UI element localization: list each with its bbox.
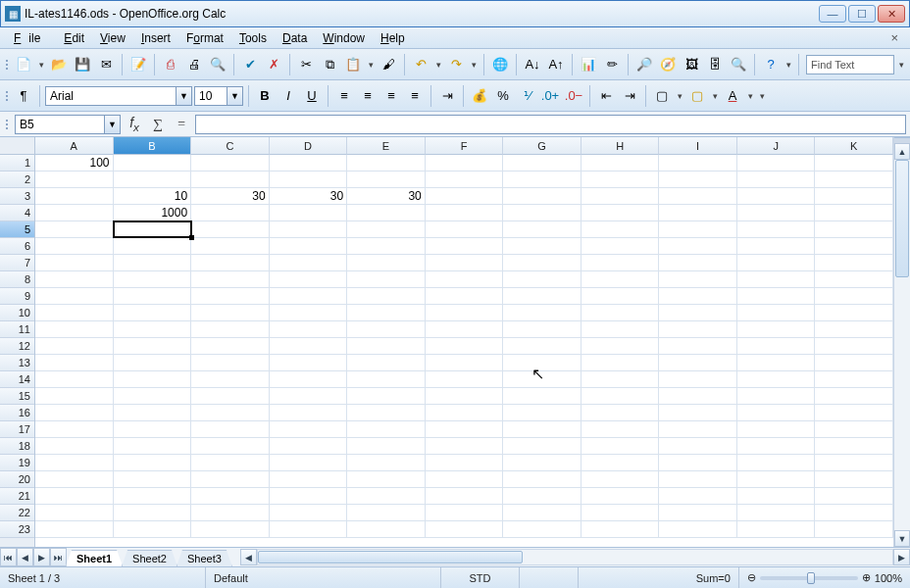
email-button[interactable]: ✉ <box>95 54 117 75</box>
cell-B21[interactable] <box>114 488 192 505</box>
function-wizard-button[interactable]: fx <box>125 115 144 133</box>
cell-H5[interactable] <box>581 221 660 238</box>
cell-A20[interactable] <box>35 471 114 488</box>
row-header-10[interactable]: 10 <box>0 305 34 321</box>
cell-C1[interactable] <box>191 155 270 172</box>
cell-F15[interactable] <box>426 388 504 405</box>
del-decimal-button[interactable]: .0− <box>563 85 584 107</box>
cell-G4[interactable] <box>503 205 581 221</box>
cell-I11[interactable] <box>659 321 737 338</box>
row-header-17[interactable]: 17 <box>0 421 34 438</box>
cell-G19[interactable] <box>503 455 581 471</box>
cell-H21[interactable] <box>581 488 660 505</box>
row-header-19[interactable]: 19 <box>0 455 34 471</box>
cell-F14[interactable] <box>426 371 504 388</box>
cell-D3[interactable]: 30 <box>270 188 348 205</box>
status-sum[interactable]: Sum=0 <box>579 567 739 588</box>
cell-I9[interactable] <box>659 288 737 305</box>
cell-F7[interactable] <box>426 255 504 271</box>
cell-C23[interactable] <box>191 521 270 538</box>
cell-F5[interactable] <box>426 221 504 238</box>
sum-button[interactable]: ∑ <box>148 117 168 132</box>
col-header-C[interactable]: C <box>191 137 270 155</box>
cell-I5[interactable] <box>659 221 737 238</box>
cell-E7[interactable] <box>347 255 426 271</box>
toolbar-grip[interactable] <box>4 54 11 75</box>
borders-dropdown[interactable]: ▾ <box>675 91 684 101</box>
fbar-grip[interactable] <box>4 114 11 135</box>
cell-H6[interactable] <box>581 238 660 255</box>
cell-C14[interactable] <box>191 371 270 388</box>
cell-E6[interactable] <box>347 238 426 255</box>
cell-A17[interactable] <box>35 421 114 438</box>
cell-C21[interactable] <box>191 488 270 505</box>
bgcolor-dropdown[interactable]: ▾ <box>710 91 720 101</box>
row-header-7[interactable]: 7 <box>0 255 34 271</box>
cell-K22[interactable] <box>815 505 893 521</box>
menu-view[interactable]: View <box>92 29 133 47</box>
cell-grid[interactable]: 100103030301000 <box>35 155 893 538</box>
cell-I21[interactable] <box>659 488 737 505</box>
cell-D11[interactable] <box>270 321 348 338</box>
scroll-up-button[interactable]: ▲ <box>894 143 910 160</box>
cell-E17[interactable] <box>347 421 426 438</box>
cell-G6[interactable] <box>503 238 581 255</box>
zoom-value[interactable]: 100% <box>875 572 902 584</box>
cell-J22[interactable] <box>737 505 816 521</box>
cell-A13[interactable] <box>35 355 114 371</box>
cell-C15[interactable] <box>191 388 270 405</box>
cell-J10[interactable] <box>737 305 816 321</box>
cell-I18[interactable] <box>659 438 737 455</box>
menu-tools[interactable]: Tools <box>231 29 275 47</box>
cell-C20[interactable] <box>191 471 270 488</box>
tab-last-button[interactable]: ⏭ <box>50 548 67 566</box>
cell-D1[interactable] <box>270 155 348 172</box>
cell-H4[interactable] <box>581 205 660 221</box>
cell-E18[interactable] <box>347 438 426 455</box>
cell-H16[interactable] <box>581 405 660 421</box>
cell-J3[interactable] <box>737 188 816 205</box>
fontcolor-button[interactable]: A <box>722 85 743 107</box>
cell-G8[interactable] <box>503 271 581 288</box>
undo-dropdown[interactable]: ▾ <box>433 60 443 70</box>
cell-B20[interactable] <box>114 471 192 488</box>
hyperlink-button[interactable]: 🌐 <box>489 54 511 75</box>
sort-desc-button[interactable]: A↑ <box>545 54 567 75</box>
cell-I17[interactable] <box>659 421 737 438</box>
tab-next-button[interactable]: ▶ <box>33 548 50 566</box>
cell-G12[interactable] <box>503 338 581 355</box>
cell-A8[interactable] <box>35 271 114 288</box>
cell-A11[interactable] <box>35 321 114 338</box>
cell-I6[interactable] <box>659 238 737 255</box>
cell-I8[interactable] <box>659 271 737 288</box>
cell-K19[interactable] <box>815 455 893 471</box>
new-doc-button[interactable]: 📄 <box>13 54 34 75</box>
sheet-tab-sheet3[interactable]: Sheet3 <box>177 550 232 566</box>
cell-C17[interactable] <box>191 421 270 438</box>
row-header-4[interactable]: 4 <box>0 205 34 221</box>
cell-J15[interactable] <box>737 388 816 405</box>
cell-I3[interactable] <box>659 188 737 205</box>
row-header-6[interactable]: 6 <box>0 238 34 255</box>
row-header-3[interactable]: 3 <box>0 188 34 205</box>
cell-G16[interactable] <box>503 405 581 421</box>
cell-A2[interactable] <box>35 172 114 188</box>
fontcolor-dropdown[interactable]: ▾ <box>745 91 755 101</box>
cell-E11[interactable] <box>347 321 426 338</box>
cell-E16[interactable] <box>347 405 426 421</box>
function-eq-button[interactable]: = <box>172 117 191 132</box>
menu-help[interactable]: Help <box>373 29 413 47</box>
chevron-down-icon[interactable]: ▼ <box>104 116 120 133</box>
cell-C6[interactable] <box>191 238 270 255</box>
cell-J1[interactable] <box>737 155 816 172</box>
cell-F4[interactable] <box>426 205 504 221</box>
cell-F16[interactable] <box>426 405 504 421</box>
cell-D5[interactable] <box>270 221 348 238</box>
cell-K7[interactable] <box>815 255 893 271</box>
cell-G21[interactable] <box>503 488 581 505</box>
cell-F12[interactable] <box>426 338 504 355</box>
cell-G11[interactable] <box>503 321 581 338</box>
cell-B7[interactable] <box>114 255 192 271</box>
navigator-button[interactable]: 🧭 <box>657 54 679 75</box>
cell-D15[interactable] <box>270 388 348 405</box>
